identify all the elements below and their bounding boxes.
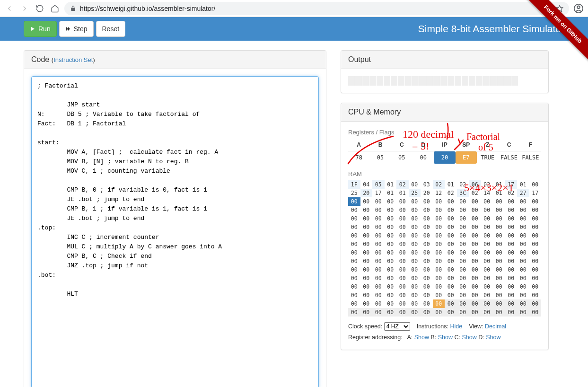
reload-button[interactable] <box>34 3 45 14</box>
ram-cell[interactable]: 00 <box>360 214 373 223</box>
ram-cell[interactable]: 00 <box>481 291 493 299</box>
ram-cell[interactable]: 00 <box>409 214 421 223</box>
ram-cell[interactable]: 00 <box>445 257 457 265</box>
ram-cell[interactable]: 00 <box>396 248 409 257</box>
ram-cell[interactable]: 00 <box>517 308 529 317</box>
ram-cell[interactable]: 00 <box>469 231 481 240</box>
ram-cell[interactable]: 00 <box>457 291 469 299</box>
ram-cell[interactable]: 00 <box>409 223 421 231</box>
ram-cell[interactable]: 00 <box>493 248 505 257</box>
ram-cell[interactable]: 00 <box>469 257 481 265</box>
ram-cell[interactable]: 00 <box>348 274 360 282</box>
ram-cell[interactable]: 00 <box>433 248 445 257</box>
ram-cell[interactable]: 00 <box>457 248 469 257</box>
ram-cell[interactable]: 00 <box>529 180 542 189</box>
ram-cell[interactable]: 00 <box>469 299 481 308</box>
ram-cell[interactable]: 00 <box>445 265 457 274</box>
ram-cell[interactable]: 00 <box>372 265 385 274</box>
ram-cell[interactable]: 20 <box>421 189 433 197</box>
ram-cell[interactable]: 00 <box>409 282 421 291</box>
ram-cell[interactable]: 00 <box>372 291 385 299</box>
ram-cell[interactable]: 00 <box>396 257 409 265</box>
ram-cell[interactable]: 00 <box>481 248 493 257</box>
ram-cell[interactable]: 00 <box>517 248 529 257</box>
ram-cell[interactable]: 00 <box>481 274 493 282</box>
ram-cell[interactable]: 03 <box>421 180 433 189</box>
ram-cell[interactable]: 00 <box>481 308 493 317</box>
ram-cell[interactable]: 00 <box>433 257 445 265</box>
ram-cell[interactable]: 00 <box>396 308 409 317</box>
ram-cell[interactable]: 00 <box>493 299 505 308</box>
ram-cell[interactable]: 00 <box>493 206 505 214</box>
ram-cell[interactable]: 00 <box>481 282 493 291</box>
ram-cell[interactable]: 00 <box>445 248 457 257</box>
ram-cell[interactable]: 00 <box>372 223 385 231</box>
ram-cell[interactable]: 00 <box>372 206 385 214</box>
ram-cell[interactable]: 00 <box>529 206 542 214</box>
ram-cell[interactable]: 00 <box>433 282 445 291</box>
ram-cell[interactable]: 00 <box>517 240 529 248</box>
ram-cell[interactable]: 00 <box>505 206 518 214</box>
ram-cell[interactable]: 00 <box>505 223 518 231</box>
ram-cell[interactable]: 00 <box>385 240 397 248</box>
ram-cell[interactable]: 00 <box>409 231 421 240</box>
ram-cell[interactable]: 00 <box>409 240 421 248</box>
ram-cell[interactable]: 00 <box>396 214 409 223</box>
ram-cell[interactable]: 00 <box>493 231 505 240</box>
ram-cell[interactable]: 00 <box>396 291 409 299</box>
back-button[interactable] <box>4 3 15 14</box>
ram-cell[interactable]: 00 <box>433 299 445 308</box>
profile-icon[interactable] <box>573 3 584 14</box>
ram-cell[interactable]: 00 <box>481 299 493 308</box>
ram-cell[interactable]: 25 <box>409 189 421 197</box>
ram-cell[interactable]: 00 <box>409 197 421 206</box>
ram-cell[interactable]: 00 <box>372 248 385 257</box>
ram-cell[interactable]: 00 <box>360 248 373 257</box>
ram-cell[interactable]: 00 <box>360 257 373 265</box>
ram-cell[interactable]: 00 <box>505 308 518 317</box>
ram-cell[interactable]: 00 <box>409 274 421 282</box>
ram-cell[interactable]: 00 <box>529 274 542 282</box>
ram-cell[interactable]: 00 <box>421 214 433 223</box>
ram-cell[interactable]: 00 <box>445 274 457 282</box>
ram-cell[interactable]: 00 <box>348 223 360 231</box>
ram-cell[interactable]: 02 <box>469 189 481 197</box>
ram-cell[interactable]: 00 <box>469 274 481 282</box>
ram-cell[interactable]: 00 <box>372 214 385 223</box>
ram-cell[interactable]: 00 <box>445 197 457 206</box>
ram-cell[interactable]: 00 <box>372 257 385 265</box>
ram-cell[interactable]: 00 <box>372 308 385 317</box>
ram-cell[interactable]: 00 <box>517 206 529 214</box>
ram-cell[interactable]: 00 <box>396 299 409 308</box>
reg-addr-toggle[interactable]: Show <box>462 334 476 341</box>
ram-cell[interactable]: 01 <box>396 189 409 197</box>
ram-cell[interactable]: 00 <box>385 257 397 265</box>
ram-cell[interactable]: 00 <box>457 240 469 248</box>
ram-cell[interactable]: 00 <box>481 206 493 214</box>
ram-cell[interactable]: 00 <box>421 206 433 214</box>
ram-cell[interactable]: 00 <box>445 206 457 214</box>
ram-cell[interactable]: 00 <box>493 308 505 317</box>
ram-cell[interactable]: 00 <box>457 265 469 274</box>
ram-cell[interactable]: 17 <box>505 180 518 189</box>
ram-cell[interactable]: 00 <box>505 291 518 299</box>
ram-cell[interactable]: 12 <box>433 189 445 197</box>
reg-addr-toggle[interactable]: Show <box>414 334 429 341</box>
ram-cell[interactable]: 00 <box>493 282 505 291</box>
ram-cell[interactable]: 00 <box>360 308 373 317</box>
ram-cell[interactable]: 00 <box>396 231 409 240</box>
ram-cell[interactable]: 00 <box>457 308 469 317</box>
ram-cell[interactable]: 00 <box>360 299 373 308</box>
ram-cell[interactable]: 00 <box>385 197 397 206</box>
ram-cell[interactable]: 25 <box>348 189 360 197</box>
ram-cell[interactable]: 01 <box>493 189 505 197</box>
ram-cell[interactable]: 00 <box>481 257 493 265</box>
run-button[interactable]: Run <box>24 21 57 37</box>
ram-cell[interactable]: 00 <box>360 274 373 282</box>
ram-cell[interactable]: 00 <box>481 231 493 240</box>
clock-speed-select[interactable]: 1 HZ4 HZ8 HZ16 HZ <box>384 322 410 331</box>
ram-cell[interactable]: 00 <box>433 223 445 231</box>
ram-cell[interactable]: 00 <box>469 265 481 274</box>
ram-cell[interactable]: 00 <box>469 223 481 231</box>
ram-cell[interactable]: 00 <box>372 299 385 308</box>
